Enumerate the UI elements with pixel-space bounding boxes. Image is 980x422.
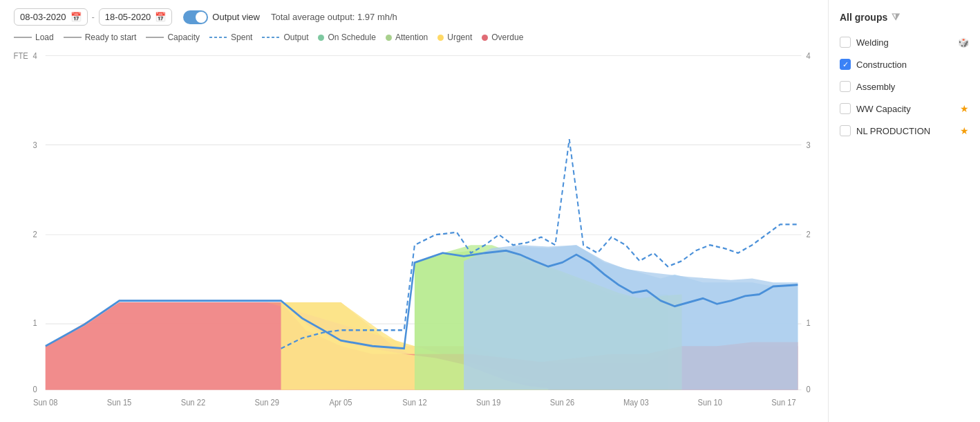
- assembly-checkbox[interactable]: [840, 81, 851, 92]
- chart-svg: 4 3 2 1 0 FTE 4 3 2 1 0: [14, 48, 822, 414]
- all-groups-label: All groups: [840, 12, 887, 23]
- group-item-nl-production[interactable]: NL PRODUCTION ★: [840, 122, 969, 139]
- legend-overdue-label: Overdue: [491, 33, 523, 42]
- on-schedule-dot: [318, 35, 324, 41]
- welding-label: Welding: [856, 37, 952, 48]
- svg-text:Sun 12: Sun 12: [402, 398, 427, 408]
- svg-text:2: 2: [32, 229, 37, 239]
- svg-text:Sun 19: Sun 19: [476, 398, 501, 408]
- toggle-knob: [196, 12, 207, 23]
- svg-text:0: 0: [32, 384, 37, 394]
- svg-text:4: 4: [807, 51, 811, 61]
- svg-text:1: 1: [807, 318, 811, 329]
- svg-text:May 03: May 03: [623, 398, 649, 408]
- legend-attention-label: Attention: [395, 33, 428, 42]
- group-item-construction[interactable]: Construction: [840, 56, 969, 73]
- attention-dot: [386, 35, 392, 41]
- legend-load[interactable]: Load: [14, 33, 54, 42]
- blue-stack: [464, 245, 798, 389]
- svg-text:Apr 05: Apr 05: [330, 398, 352, 408]
- svg-text:Sun 15: Sun 15: [107, 398, 132, 408]
- legend-output-label: Output: [283, 33, 308, 42]
- group-item-welding[interactable]: Welding 🎲: [840, 34, 969, 51]
- output-view-toggle[interactable]: [183, 10, 208, 24]
- svg-text:3: 3: [32, 140, 37, 150]
- svg-text:4: 4: [32, 51, 37, 61]
- svg-text:Sun 08: Sun 08: [33, 398, 58, 408]
- legend: Load Ready to start Capacity Spent Outpu…: [8, 33, 828, 48]
- cube-icon: 🎲: [958, 37, 969, 48]
- end-date-input[interactable]: 18-05-2020 📅: [99, 8, 173, 26]
- svg-text:Sun 29: Sun 29: [255, 398, 280, 408]
- date-range: 08-03-2020 📅 - 18-05-2020 📅: [14, 8, 172, 26]
- legend-urgent-label: Urgent: [447, 33, 472, 42]
- filter-icon[interactable]: ⧩: [892, 11, 900, 23]
- legend-ready-label: Ready to start: [85, 33, 137, 42]
- legend-capacity-label: Capacity: [167, 33, 200, 42]
- svg-text:FTE: FTE: [14, 51, 28, 61]
- nl-production-star-icon: ★: [960, 125, 969, 136]
- construction-checkbox[interactable]: [840, 59, 851, 70]
- calendar-icon[interactable]: 📅: [155, 12, 166, 22]
- chart-area: 4 3 2 1 0 FTE 4 3 2 1 0: [14, 48, 822, 414]
- toolbar: 08-03-2020 📅 - 18-05-2020 📅 Output view …: [8, 8, 828, 33]
- ww-capacity-checkbox[interactable]: [840, 103, 851, 114]
- sidebar: All groups ⧩ Welding 🎲 Construction Asse…: [828, 0, 980, 422]
- legend-capacity[interactable]: Capacity: [146, 33, 200, 42]
- legend-load-label: Load: [35, 33, 54, 42]
- legend-attention[interactable]: Attention: [386, 33, 428, 42]
- svg-text:3: 3: [807, 140, 811, 150]
- legend-on-schedule[interactable]: On Schedule: [318, 33, 375, 42]
- legend-output[interactable]: Output: [262, 33, 308, 42]
- ww-capacity-label: WW Capacity: [856, 104, 954, 114]
- output-view-toggle-row: Output view: [183, 10, 260, 24]
- calendar-icon[interactable]: 📅: [70, 12, 82, 22]
- main-panel: 08-03-2020 📅 - 18-05-2020 📅 Output view …: [0, 0, 828, 422]
- legend-urgent[interactable]: Urgent: [437, 33, 472, 42]
- ww-capacity-star-icon: ★: [960, 103, 969, 114]
- group-item-assembly[interactable]: Assembly: [840, 78, 969, 95]
- assembly-label: Assembly: [856, 82, 969, 92]
- start-date-input[interactable]: 08-03-2020 📅: [14, 8, 88, 26]
- group-item-ww-capacity[interactable]: WW Capacity ★: [840, 100, 969, 117]
- svg-text:1: 1: [32, 318, 37, 329]
- end-date-value: 18-05-2020: [105, 12, 151, 22]
- date-separator: -: [92, 12, 95, 22]
- nl-production-checkbox[interactable]: [840, 125, 851, 136]
- avg-output-text: Total average output: 1.97 mh/h: [271, 12, 397, 22]
- urgent-dot: [437, 35, 444, 41]
- legend-spent-label: Spent: [231, 33, 252, 42]
- welding-checkbox[interactable]: [840, 37, 851, 48]
- svg-text:2: 2: [807, 229, 811, 239]
- sidebar-header: All groups ⧩: [840, 11, 969, 23]
- nl-production-label: NL PRODUCTION: [856, 126, 954, 136]
- construction-label: Construction: [856, 59, 969, 70]
- overdue-dot: [482, 35, 488, 41]
- svg-text:Sun 10: Sun 10: [697, 398, 722, 408]
- output-view-label: Output view: [212, 12, 260, 22]
- svg-text:Sun 17: Sun 17: [771, 398, 796, 408]
- legend-spent[interactable]: Spent: [209, 33, 252, 42]
- legend-on-schedule-label: On Schedule: [328, 33, 375, 42]
- legend-overdue[interactable]: Overdue: [482, 33, 523, 42]
- start-date-value: 08-03-2020: [20, 12, 66, 22]
- svg-text:Sun 22: Sun 22: [181, 398, 206, 408]
- svg-text:Sun 26: Sun 26: [550, 398, 575, 408]
- legend-ready[interactable]: Ready to start: [64, 33, 137, 42]
- svg-text:0: 0: [807, 384, 811, 394]
